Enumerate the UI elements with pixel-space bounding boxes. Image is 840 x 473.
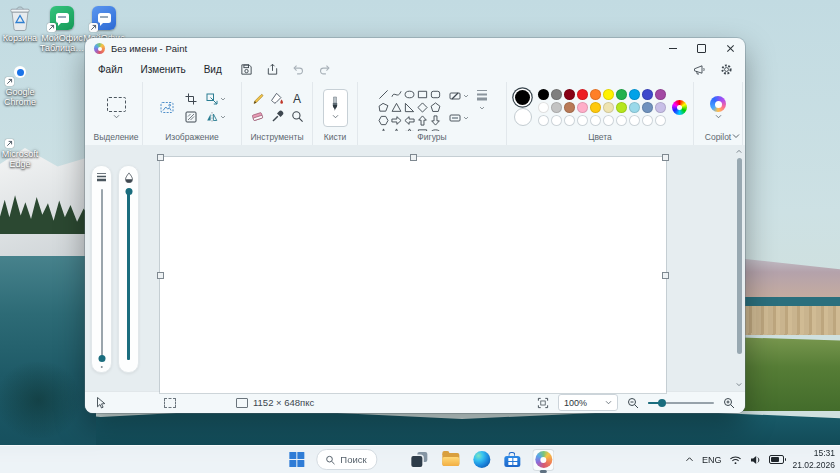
- pencil-icon[interactable]: [251, 92, 264, 105]
- copilot-icon[interactable]: [710, 96, 726, 112]
- start-button[interactable]: [285, 449, 307, 471]
- battery-icon[interactable]: [769, 455, 784, 464]
- shape-rectangle[interactable]: [416, 88, 429, 101]
- settings-gear-icon[interactable]: [720, 63, 733, 76]
- palette-color-000000[interactable]: [538, 89, 549, 100]
- shape-callout-rectangle[interactable]: [416, 127, 429, 131]
- palette-color-c8bfe7[interactable]: [655, 102, 666, 113]
- color1-swatch[interactable]: [515, 90, 530, 105]
- menu-edit[interactable]: Изменить: [132, 62, 195, 77]
- zoom-out-icon[interactable]: [627, 397, 639, 409]
- menu-view[interactable]: Вид: [195, 62, 231, 77]
- shape-star-six[interactable]: [403, 127, 416, 131]
- paint-taskbar-button[interactable]: [533, 449, 555, 471]
- paint-canvas[interactable]: [160, 157, 666, 393]
- chevron-down-icon[interactable]: [463, 94, 469, 98]
- palette-color-7092be[interactable]: [642, 102, 653, 113]
- palette-empty-slot[interactable]: [603, 115, 614, 126]
- shape-line[interactable]: [377, 88, 390, 101]
- slider-thumb[interactable]: [125, 188, 132, 195]
- shape-triangle[interactable]: [390, 101, 403, 114]
- palette-empty-slot[interactable]: [642, 115, 653, 126]
- palette-empty-slot[interactable]: [590, 115, 601, 126]
- tray-chevron-up-icon[interactable]: [685, 456, 694, 463]
- palette-color-fff200[interactable]: [603, 89, 614, 100]
- menu-file[interactable]: Файл: [89, 62, 132, 77]
- eraser-icon[interactable]: [251, 110, 264, 123]
- stroke-width-icon[interactable]: [476, 88, 488, 102]
- volume-icon[interactable]: [750, 455, 761, 465]
- desktop-icon-microsoft-edge[interactable]: Microsoft Edge: [0, 121, 43, 170]
- resize-icon[interactable]: [206, 91, 226, 107]
- resize-handle-top-center[interactable]: [410, 154, 417, 161]
- wifi-icon[interactable]: [729, 455, 742, 465]
- palette-empty-slot[interactable]: [577, 115, 588, 126]
- palette-empty-slot[interactable]: [655, 115, 666, 126]
- palette-color-efe4b0[interactable]: [603, 102, 614, 113]
- chevron-down-icon[interactable]: [220, 115, 226, 119]
- shape-arrow-left[interactable]: [403, 114, 416, 127]
- title-bar[interactable]: Без имени - Paint: [85, 38, 745, 59]
- shape-ellipse[interactable]: [403, 88, 416, 101]
- palette-empty-slot[interactable]: [551, 115, 562, 126]
- magic-select-icon[interactable]: [185, 111, 197, 123]
- shape-arrow-down[interactable]: [429, 114, 442, 127]
- brush-size-slider[interactable]: [101, 189, 103, 360]
- shape-curve[interactable]: [390, 88, 403, 101]
- scroll-up-icon[interactable]: [736, 149, 742, 154]
- crop-icon[interactable]: [185, 93, 197, 105]
- resize-handle-middle-left[interactable]: [157, 272, 164, 279]
- share-button[interactable]: [263, 62, 283, 77]
- desktop-icon-myoffice-tables[interactable]: МойОфис Таблица…: [39, 5, 85, 54]
- tray-clock[interactable]: 15:31 21.02.2026: [792, 448, 835, 470]
- palette-empty-slot[interactable]: [629, 115, 640, 126]
- task-view-button[interactable]: [409, 449, 431, 471]
- ribbon-collapse-chevron-icon[interactable]: [732, 133, 740, 139]
- resize-handle-top-left[interactable]: [157, 154, 164, 161]
- shape-diamond[interactable]: [416, 101, 429, 114]
- scroll-down-icon[interactable]: [736, 382, 742, 387]
- brushes-button[interactable]: [323, 89, 348, 127]
- taskbar-search[interactable]: Поиск: [316, 449, 377, 470]
- palette-color-ed1c24[interactable]: [577, 89, 588, 100]
- palette-color-b97a57[interactable]: [564, 102, 575, 113]
- zoom-level-dropdown[interactable]: 100%: [558, 394, 618, 411]
- feedback-icon[interactable]: [693, 64, 706, 76]
- palette-color-3f48cc[interactable]: [642, 89, 653, 100]
- resize-handle-top-right[interactable]: [662, 154, 669, 161]
- opacity-slider[interactable]: [127, 190, 130, 360]
- shape-callout-ellipse[interactable]: [429, 127, 442, 131]
- chevron-down-icon[interactable]: [332, 114, 339, 119]
- close-button[interactable]: [716, 38, 745, 59]
- microsoft-store-button[interactable]: [502, 449, 524, 471]
- shape-fill-dropdown[interactable]: [449, 110, 469, 126]
- palette-color-c3c3c3[interactable]: [551, 102, 562, 113]
- shape-star-four[interactable]: [377, 127, 390, 131]
- palette-color-22b14c[interactable]: [616, 89, 627, 100]
- shape-arrow-right[interactable]: [390, 114, 403, 127]
- undo-button[interactable]: [289, 62, 309, 77]
- chevron-down-icon[interactable]: [479, 106, 485, 110]
- file-explorer-button[interactable]: [440, 449, 462, 471]
- flip-rotate-icon[interactable]: [206, 109, 226, 125]
- palette-empty-slot[interactable]: [616, 115, 627, 126]
- shape-hexagon[interactable]: [377, 114, 390, 127]
- shape-outline-dropdown[interactable]: [449, 88, 469, 104]
- palette-empty-slot[interactable]: [538, 115, 549, 126]
- minimize-button[interactable]: [658, 38, 687, 59]
- palette-color-a349a4[interactable]: [655, 89, 666, 100]
- palette-color-7f7f7f[interactable]: [551, 89, 562, 100]
- palette-color-00a2e8[interactable]: [629, 89, 640, 100]
- palette-color-880015[interactable]: [564, 89, 575, 100]
- edit-colors-wheel-icon[interactable]: [672, 100, 687, 115]
- chevron-down-icon[interactable]: [220, 97, 226, 101]
- color2-swatch[interactable]: [514, 108, 532, 126]
- palette-color-99d9ea[interactable]: [629, 102, 640, 113]
- palette-empty-slot[interactable]: [564, 115, 575, 126]
- redo-button[interactable]: [315, 62, 335, 77]
- chevron-down-icon[interactable]: [113, 114, 120, 119]
- shape-star-five[interactable]: [390, 127, 403, 131]
- shape-rounded-rectangle[interactable]: [429, 88, 442, 101]
- text-tool-icon[interactable]: А: [293, 93, 301, 105]
- resize-handle-middle-right[interactable]: [662, 272, 669, 279]
